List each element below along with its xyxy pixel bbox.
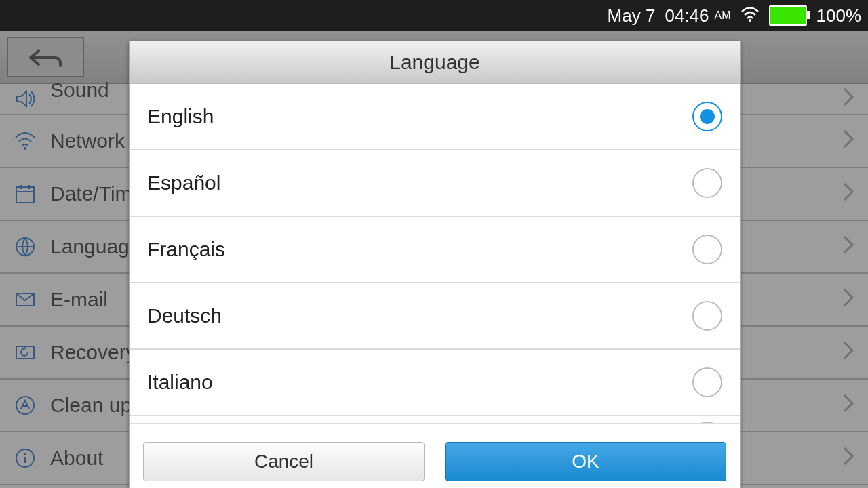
language-label: Français bbox=[147, 238, 225, 261]
language-label: English bbox=[147, 105, 214, 128]
language-option-francais[interactable]: Français bbox=[130, 217, 740, 283]
battery-pct: 100% bbox=[816, 5, 862, 26]
cancel-button[interactable]: Cancel bbox=[143, 442, 425, 481]
dialog-title: Language bbox=[130, 41, 740, 84]
svg-point-0 bbox=[749, 19, 751, 22]
language-label: Deutsch bbox=[147, 304, 222, 327]
radio-icon[interactable] bbox=[692, 235, 722, 264]
language-label: Español bbox=[147, 171, 220, 195]
radio-icon[interactable] bbox=[692, 367, 722, 397]
language-label: Italiano bbox=[147, 371, 213, 394]
radio-icon[interactable] bbox=[692, 102, 722, 131]
language-option-russian[interactable]: Русский bbox=[130, 416, 740, 423]
language-option-english[interactable]: English bbox=[130, 84, 740, 150]
language-dialog: Language English Español Français Deutsc… bbox=[129, 41, 741, 488]
radio-icon[interactable] bbox=[692, 301, 722, 331]
ok-button[interactable]: OK bbox=[445, 442, 726, 481]
wifi-icon bbox=[741, 5, 760, 26]
status-time: 04:46 bbox=[665, 5, 709, 26]
language-option-espanol[interactable]: Español bbox=[130, 150, 740, 217]
battery-icon bbox=[769, 5, 807, 26]
status-ampm: AM bbox=[715, 9, 731, 22]
dialog-footer: Cancel OK bbox=[130, 423, 740, 488]
language-list[interactable]: English Español Français Deutsch Italian… bbox=[130, 84, 740, 423]
language-option-italiano[interactable]: Italiano bbox=[130, 350, 740, 416]
status-bar: May 7 04:46 AM 100% bbox=[0, 0, 868, 31]
radio-icon[interactable] bbox=[692, 168, 722, 198]
language-option-deutsch[interactable]: Deutsch bbox=[130, 283, 740, 350]
status-date: May 7 bbox=[608, 5, 656, 26]
